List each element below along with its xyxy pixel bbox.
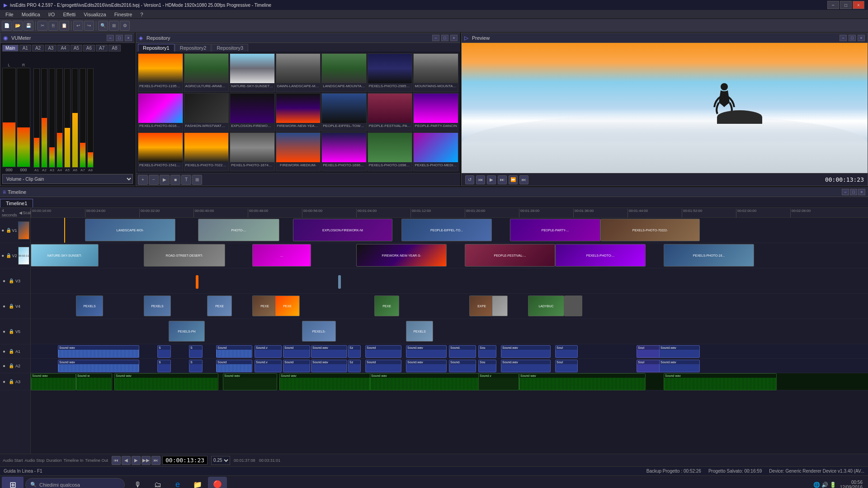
a2-clip-2[interactable]: S [157,360,171,372]
a1-clip-5[interactable]: Sound.v [255,345,282,358]
clip-v4-1[interactable]: PEXELS [76,296,103,316]
a2-clip-12[interactable]: Sou [478,360,496,372]
repo-item-5[interactable]: PEXELS-PHOTO-29859-M [368,53,413,92]
preview-close[interactable]: × [858,35,865,41]
grid-button[interactable]: ⊞ [109,21,119,31]
vu-tab-a7[interactable]: A7 [96,45,108,52]
preview-rewind-btn[interactable]: ⏮ [476,175,485,184]
preview-end-btn[interactable]: ⏭ [519,175,528,184]
clip-v5-1[interactable]: PEXELS-PH [169,321,205,342]
repo-play-btn[interactable]: ▶ [160,175,170,185]
vu-tab-a1[interactable]: A1 [19,45,31,52]
a1-clip-6[interactable]: Sound [283,345,310,358]
repo-text-btn[interactable]: T [181,175,191,185]
clip-v1-party[interactable]: PEOPLE-PARTY-... [510,219,600,241]
taskbar-btn-folder[interactable]: 📁 [188,477,207,488]
taskbar-btn-2[interactable]: 🗂 [148,477,167,488]
paste-button[interactable]: 📋 [59,21,69,31]
a2-clip-11[interactable]: Sound. [449,360,476,372]
track-power-a2[interactable]: ● [1,363,7,369]
repo-item-10[interactable]: FIREWORK-NEW-YEAR-S [276,93,321,132]
repo-item-18[interactable]: PEXELS-PHOTO-169677- [321,132,367,171]
taskbar-btn-1[interactable]: 🎙 [128,477,147,488]
repo-item-0[interactable]: PEXELS-PHOTO-119564- [138,53,183,92]
clip-v4-7[interactable]: EXPE [469,296,494,316]
tl-back-btn[interactable]: ◀ [122,456,131,465]
a3-clip-9[interactable]: Sound wav [664,373,777,390]
clip-v4-6[interactable]: PEXE [374,296,399,316]
clip-v4-9[interactable]: LADYBUC [528,296,564,316]
a1-clip-14[interactable]: Soul [555,345,578,358]
start-button[interactable]: ⊞ [2,477,24,488]
menu-io[interactable]: I/O [45,11,59,18]
track-power-v2[interactable]: ● [1,253,5,259]
a1-clip-7[interactable]: Sound.wav [311,345,347,358]
repo-stop-btn[interactable]: ■ [170,175,180,185]
a3-clip-5[interactable]: Sound wav [279,373,383,390]
clip-v5-3[interactable]: PEXELS [406,321,433,342]
tl-speed-select[interactable]: 0.25 [211,456,230,465]
repo-tab-1[interactable]: Repository1 [138,44,175,52]
open-button[interactable]: 📂 [13,21,23,31]
tl-end-btn[interactable]: ⏭ [151,456,160,465]
a1-clip-1[interactable]: Sound wav [58,345,139,358]
menu-visualizza[interactable]: Visualizza [80,11,109,18]
track-lock-v5[interactable]: 🔒 [8,328,14,335]
a2-clip-3[interactable]: S [189,360,203,372]
a3-clip-7[interactable]: Sound.v [478,373,519,390]
repo-item-12[interactable]: PEOPLE-FESTIVAL-PART [368,93,413,132]
track-lock-a1[interactable]: 🔒 [8,348,14,355]
redo-button[interactable]: ↪ [84,21,94,31]
vu-tab-a3[interactable]: A3 [45,45,57,52]
preview-next-btn[interactable]: ⏩ [509,175,518,184]
vu-tab-a5[interactable]: A5 [71,45,82,52]
a3-clip-3[interactable]: Sound wav [114,373,218,390]
minimize-button[interactable]: − [827,1,839,9]
menu-modifica[interactable]: Modifica [18,11,44,18]
clip-v4-5[interactable]: PEXE [275,296,300,316]
clip-v1-photo2[interactable]: PEXELS-PHOTO-70222- [600,219,700,241]
clip-v4-3[interactable]: PEXE [207,296,232,316]
a2-clip-6[interactable]: Sound [283,360,310,372]
close-button[interactable]: × [853,1,864,9]
cut-button[interactable]: ✂ [38,21,47,31]
a3-clip-8[interactable]: Sound wav [519,373,646,390]
preview-maximize[interactable]: □ [849,35,856,41]
clip-v1-landscape[interactable]: LANDSCAPE-MOI- [85,219,175,241]
timeline-minimize[interactable]: − [842,189,849,195]
clip-v4-2[interactable]: PEXELS [144,296,171,316]
clip-v5-2[interactable]: PEXELS- [302,321,336,342]
zoom-in-button[interactable]: 🔍 [98,21,108,31]
a2-clip-1[interactable]: Sound wav [58,360,139,372]
timeline-maximize[interactable]: □ [850,189,857,195]
clip-v2-photo4[interactable]: PEXELS-PHOTO-16... [664,244,754,267]
preview-forward-btn[interactable]: ⏭ [498,175,507,184]
clip-v1-photo[interactable]: PHOTO-... [198,219,279,241]
repo-item-19[interactable]: PEXELS-PHOTO-169647- [368,132,413,171]
repo-item-14[interactable]: PEXELS-PHOTO-154147- [138,132,183,171]
a3-clip-1[interactable]: Sound wav [31,373,76,390]
repo-item-2[interactable]: NATURE-SKY-SUNSET-M [230,53,275,92]
repo-item-17[interactable]: FIREWORK-MEDIUM- [276,132,321,171]
a1-clip-11[interactable]: Sound. [449,345,476,358]
a1-clip-9[interactable]: Sound [365,345,401,358]
track-power-a1[interactable]: ● [1,348,7,355]
clip-v2-abstract[interactable]: ... [252,244,311,267]
clip-v1-eiffel[interactable]: PEOPLE-EIFFEL-TO... [401,219,492,241]
track-lock-a2[interactable]: 🔒 [8,363,14,369]
repo-item-11[interactable]: PEOPLE-EIFFEL-TOWER-1 [321,93,367,132]
scale-left[interactable]: ◀ [19,211,22,215]
repo-item-9[interactable]: EXPLOSION-FIREWORK-1 [230,93,275,132]
maximize-button[interactable]: □ [840,1,852,9]
taskbar-search[interactable]: 🔍 Chiedimi qualcosa [25,478,125,488]
track-power-v5[interactable]: ● [1,328,7,335]
a3-clip-6[interactable]: Sound wav [370,373,496,390]
a1-clip-2[interactable]: S [157,345,171,358]
a2-clip-7[interactable]: Sound.wav [311,360,347,372]
clip-v2-festival[interactable]: PEOPLE-FESTIVAL-... [465,244,555,267]
taskbar-btn-app[interactable]: 🔴 [208,477,227,488]
volume-dropdown[interactable]: Volume - Clip Gain [2,174,133,184]
clip-v2-firework2[interactable]: FIREWORK-NEW-YEAR-S- [356,244,447,267]
repo-close[interactable]: × [450,35,458,41]
clip-v2-photo3[interactable]: PEXELS-PHOTO-... [555,244,646,267]
